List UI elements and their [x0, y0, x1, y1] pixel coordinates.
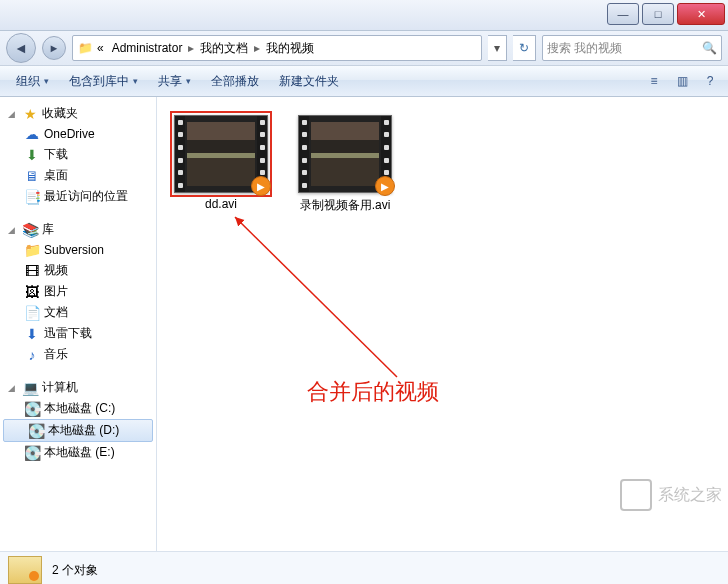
- sidebar-item-drive-d[interactable]: 💽本地磁盘 (D:): [3, 419, 153, 442]
- video-thumbnail[interactable]: ▶: [298, 115, 392, 193]
- sidebar-item-documents[interactable]: 📄文档: [0, 302, 156, 323]
- picture-icon: 🖼: [24, 284, 40, 300]
- sidebar-label: 图片: [44, 283, 68, 300]
- sidebar-item-videos[interactable]: 🎞视频: [0, 260, 156, 281]
- include-in-library-button[interactable]: 包含到库中▾: [61, 69, 146, 94]
- chevron-down-icon: ▾: [44, 76, 49, 86]
- maximize-icon: □: [655, 8, 662, 20]
- status-thumbnail-icon: [8, 556, 42, 584]
- desktop-icon: 🖥: [24, 168, 40, 184]
- document-icon: 📄: [24, 305, 40, 321]
- close-button[interactable]: ✕: [677, 3, 725, 25]
- sidebar-item-music[interactable]: ♪音乐: [0, 344, 156, 365]
- preview-pane-button[interactable]: ▥: [672, 71, 692, 91]
- sidebar-favorites[interactable]: ◢ ★ 收藏夹: [0, 103, 156, 124]
- sidebar-item-xunlei[interactable]: ⬇迅雷下载: [0, 323, 156, 344]
- sidebar-computer[interactable]: ◢ 💻 计算机: [0, 377, 156, 398]
- play-icon: ▶: [375, 176, 395, 196]
- watermark: 系统之家: [620, 479, 722, 511]
- close-icon: ✕: [697, 8, 706, 21]
- new-folder-button[interactable]: 新建文件夹: [271, 69, 347, 94]
- play-all-button[interactable]: 全部播放: [203, 69, 267, 94]
- sidebar-item-subversion[interactable]: 📁Subversion: [0, 240, 156, 260]
- content-pane[interactable]: ▶ dd.avi ▶ 录制视频备用.avi 合: [157, 97, 728, 551]
- sidebar-label: 本地磁盘 (D:): [48, 422, 119, 439]
- sidebar-item-recent[interactable]: 📑最近访问的位置: [0, 186, 156, 207]
- view-mode-button[interactable]: ≡: [644, 71, 664, 91]
- search-placeholder: 搜索 我的视频: [547, 40, 622, 57]
- sidebar-label: 本地磁盘 (E:): [44, 444, 115, 461]
- help-button[interactable]: ?: [700, 71, 720, 91]
- expander-icon[interactable]: ◢: [8, 225, 18, 235]
- watermark-text: 系统之家: [658, 485, 722, 506]
- breadcrumb[interactable]: 📁 « Administrator ▸ 我的文档 ▸ 我的视频: [72, 35, 482, 61]
- video-thumbnail[interactable]: ▶: [174, 115, 268, 193]
- search-input[interactable]: 搜索 我的视频 🔍: [542, 35, 722, 61]
- minimize-button[interactable]: —: [607, 3, 639, 25]
- sidebar-item-pictures[interactable]: 🖼图片: [0, 281, 156, 302]
- expander-icon[interactable]: ◢: [8, 383, 18, 393]
- folder-icon: 📁: [77, 40, 93, 56]
- maximize-button[interactable]: □: [642, 3, 674, 25]
- sidebar-item-onedrive[interactable]: ☁OneDrive: [0, 124, 156, 144]
- sidebar-label: 视频: [44, 262, 68, 279]
- music-icon: ♪: [24, 347, 40, 363]
- sidebar-label: 最近访问的位置: [44, 188, 128, 205]
- library-icon: 📚: [22, 222, 38, 238]
- download-icon: ⬇: [24, 326, 40, 342]
- share-button[interactable]: 共享▾: [150, 69, 199, 94]
- drive-icon: 💽: [28, 423, 44, 439]
- file-item[interactable]: ▶ 录制视频备用.avi: [295, 115, 395, 214]
- back-button[interactable]: ◄: [6, 33, 36, 63]
- back-icon: ◄: [14, 40, 28, 56]
- computer-icon: 💻: [22, 380, 38, 396]
- sidebar-label: 库: [42, 221, 54, 238]
- sidebar-item-drive-e[interactable]: 💽本地磁盘 (E:): [0, 442, 156, 463]
- chevron-down-icon: ▾: [133, 76, 138, 86]
- history-dropdown[interactable]: ▾: [488, 35, 507, 61]
- expander-icon[interactable]: ◢: [8, 109, 18, 119]
- breadcrumb-item[interactable]: 我的文档: [196, 40, 252, 57]
- sidebar-label: 下载: [44, 146, 68, 163]
- minimize-icon: —: [618, 8, 629, 20]
- titlebar[interactable]: — □ ✕: [0, 0, 728, 31]
- sidebar-label: 收藏夹: [42, 105, 78, 122]
- sidebar-label: 计算机: [42, 379, 78, 396]
- recent-icon: 📑: [24, 189, 40, 205]
- sidebar-item-desktop[interactable]: 🖥桌面: [0, 165, 156, 186]
- preview-icon: ▥: [677, 74, 688, 88]
- sidebar-item-drive-c[interactable]: 💽本地磁盘 (C:): [0, 398, 156, 419]
- drive-icon: 💽: [24, 401, 40, 417]
- file-name[interactable]: dd.avi: [205, 197, 237, 211]
- chevron-right-icon[interactable]: ▸: [186, 41, 196, 55]
- svg-line-0: [235, 217, 397, 377]
- breadcrumb-item[interactable]: 我的视频: [262, 40, 318, 57]
- chevron-right-icon[interactable]: ▸: [252, 41, 262, 55]
- breadcrumb-item[interactable]: Administrator: [108, 41, 187, 55]
- help-icon: ?: [707, 74, 714, 88]
- address-bar: ◄ ► 📁 « Administrator ▸ 我的文档 ▸ 我的视频 ▾ ↻ …: [0, 31, 728, 66]
- cloud-icon: ☁: [24, 126, 40, 142]
- watermark-logo-icon: [620, 479, 652, 511]
- sidebar-label: 文档: [44, 304, 68, 321]
- sidebar-label: 本地磁盘 (C:): [44, 400, 115, 417]
- sidebar-item-downloads[interactable]: ⬇下载: [0, 144, 156, 165]
- forward-icon: ►: [49, 42, 60, 54]
- sidebar-label: 迅雷下载: [44, 325, 92, 342]
- annotation-arrow: [217, 207, 437, 397]
- refresh-button[interactable]: ↻: [513, 35, 536, 61]
- organize-button[interactable]: 组织▾: [8, 69, 57, 94]
- sidebar[interactable]: ◢ ★ 收藏夹 ☁OneDrive ⬇下载 🖥桌面 📑最近访问的位置 ◢ 📚 库…: [0, 97, 157, 551]
- forward-button[interactable]: ►: [42, 36, 66, 60]
- file-item[interactable]: ▶ dd.avi: [171, 115, 271, 214]
- chevron-down-icon: ▾: [186, 76, 191, 86]
- breadcrumb-overflow[interactable]: «: [93, 41, 108, 55]
- star-icon: ★: [22, 106, 38, 122]
- sidebar-libraries[interactable]: ◢ 📚 库: [0, 219, 156, 240]
- sidebar-label: OneDrive: [44, 127, 95, 141]
- video-icon: 🎞: [24, 263, 40, 279]
- folder-icon: 📁: [24, 242, 40, 258]
- file-name[interactable]: 录制视频备用.avi: [300, 197, 391, 214]
- drive-icon: 💽: [24, 445, 40, 461]
- view-icon: ≡: [650, 74, 657, 88]
